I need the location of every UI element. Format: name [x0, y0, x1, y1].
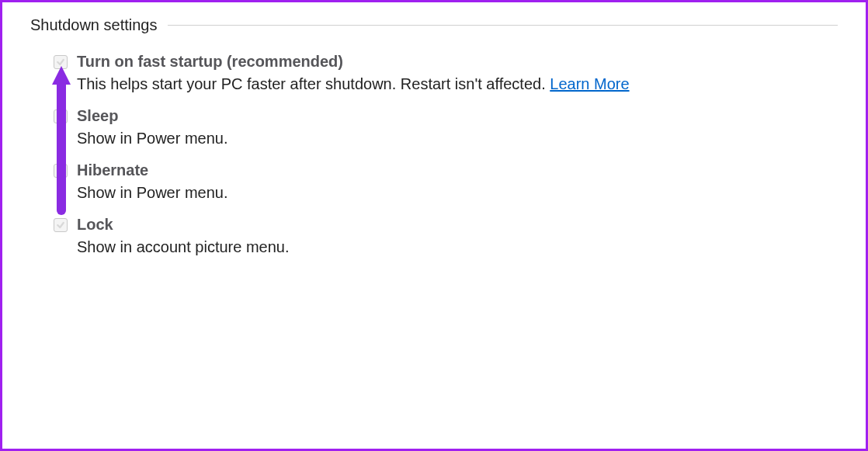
- check-icon: [56, 220, 65, 230]
- fast-startup-description: This helps start your PC faster after sh…: [77, 75, 838, 93]
- hibernate-checkbox[interactable]: [54, 164, 68, 178]
- fast-startup-label: Turn on fast startup (recommended): [77, 53, 343, 71]
- sleep-label: Sleep: [77, 107, 118, 125]
- check-icon: [56, 112, 65, 121]
- hibernate-label: Hibernate: [77, 161, 148, 179]
- fast-startup-checkbox[interactable]: [54, 55, 68, 69]
- hibernate-description: Show in Power menu.: [77, 184, 838, 202]
- sleep-description: Show in Power menu.: [77, 130, 838, 147]
- option-fast-startup: Turn on fast startup (recommended) This …: [54, 53, 838, 93]
- lock-label: Lock: [77, 216, 113, 234]
- option-hibernate: Hibernate Show in Power menu.: [54, 161, 838, 202]
- learn-more-link[interactable]: Learn More: [550, 75, 629, 92]
- fast-startup-desc-text: This helps start your PC faster after sh…: [77, 75, 550, 92]
- section-divider: [168, 25, 838, 26]
- check-icon: [56, 57, 65, 67]
- section-title: Shutdown settings: [30, 16, 157, 34]
- lock-checkbox[interactable]: [54, 218, 68, 232]
- shutdown-options-group: Turn on fast startup (recommended) This …: [30, 53, 838, 256]
- lock-description: Show in account picture menu.: [77, 238, 838, 256]
- section-header: Shutdown settings: [30, 16, 838, 34]
- sleep-checkbox[interactable]: [54, 109, 68, 123]
- option-sleep: Sleep Show in Power menu.: [54, 107, 838, 147]
- option-lock: Lock Show in account picture menu.: [54, 216, 838, 256]
